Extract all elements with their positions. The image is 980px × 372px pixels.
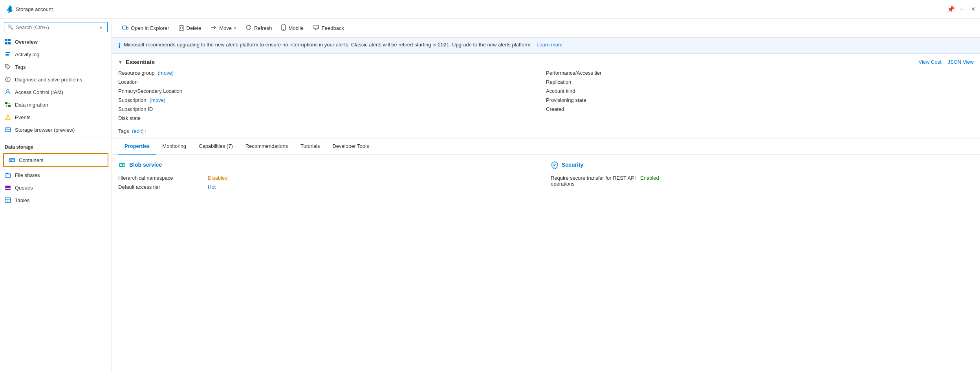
tags-colon: : [145, 128, 147, 134]
overview-label: Overview [15, 39, 38, 45]
feedback-button[interactable]: Feedback [309, 22, 348, 34]
events-icon [5, 114, 11, 120]
svg-point-7 [7, 66, 8, 67]
top-bar: Storage account 📌 ··· × [0, 0, 980, 19]
sidebar-item-overview[interactable]: Overview [0, 35, 112, 48]
sidebar-nav: Overview Activity log Tags Diagnose and … [0, 35, 112, 372]
svg-rect-4 [5, 52, 10, 53]
essentials-subscription-id: Subscription ID [118, 105, 546, 114]
svg-rect-13 [8, 105, 11, 107]
activity-log-label: Activity log [15, 52, 39, 57]
migration-icon [5, 101, 11, 108]
svg-rect-28 [5, 187, 11, 188]
move-chevron-icon[interactable]: ▾ [234, 26, 236, 30]
tables-icon [5, 197, 11, 203]
essentials-collapse-button[interactable]: ▼ [118, 60, 123, 64]
tables-label: Tables [15, 197, 30, 203]
tab-recommendations[interactable]: Recommendations [239, 138, 294, 155]
default-access-tier-label: Default access tier [118, 184, 205, 190]
svg-rect-24 [11, 160, 12, 161]
tab-capabilities[interactable]: Capabilities (7) [192, 138, 239, 155]
svg-rect-12 [5, 102, 7, 104]
feedback-label: Feedback [322, 25, 344, 31]
tab-tutorials[interactable]: Tutorials [294, 138, 326, 155]
blob-default-access-tier: Default access tier Hot [118, 182, 541, 192]
tags-icon [5, 64, 11, 70]
view-cost-link[interactable]: View Cost [918, 59, 941, 65]
mobile-button[interactable]: Mobile [277, 22, 307, 34]
sidebar-item-file-shares[interactable]: File shares [0, 169, 112, 181]
svg-rect-2 [5, 42, 7, 44]
sidebar-item-activity-log[interactable]: Activity log [0, 48, 112, 61]
mobile-label: Mobile [288, 25, 303, 31]
tab-capabilities-label: Capabilities (7) [199, 143, 233, 149]
pin-icon[interactable]: 📌 [947, 6, 955, 13]
sidebar-item-queues[interactable]: Queues [0, 181, 112, 194]
more-icon[interactable]: ··· [960, 6, 965, 13]
blob-service-icon [118, 161, 126, 169]
svg-rect-42 [120, 164, 122, 166]
open-in-explorer-button[interactable]: Open in Explorer [118, 22, 173, 34]
sidebar-item-containers[interactable]: Containers [3, 153, 108, 167]
sidebar-item-events[interactable]: Events [0, 111, 112, 123]
svg-point-11 [7, 90, 9, 92]
svg-rect-33 [123, 26, 126, 29]
blob-service-title: Blob service [129, 162, 162, 168]
sidebar-item-tags[interactable]: Tags [0, 61, 112, 73]
queues-icon [5, 184, 11, 191]
svg-rect-43 [123, 164, 125, 166]
app-title: Storage account [16, 6, 53, 12]
tags-label: Tags [118, 128, 129, 134]
learn-more-link[interactable]: Learn more [537, 42, 562, 48]
default-access-tier-value: Hot [208, 184, 216, 190]
blob-service-section: Blob service Hierarchical namespace Disa… [118, 161, 541, 192]
svg-rect-23 [10, 160, 11, 161]
json-view-link[interactable]: JSON View [948, 59, 974, 65]
search-input[interactable] [16, 24, 98, 30]
svg-point-20 [7, 128, 7, 129]
properties-grid: Blob service Hierarchical namespace Disa… [118, 161, 974, 192]
svg-point-40 [283, 29, 284, 30]
tabs-bar: Properties Monitoring Capabilities (7) R… [112, 138, 980, 155]
sidebar-item-access-control[interactable]: Access Control (IAM) [0, 86, 112, 98]
data-storage-section-label: Data storage [0, 140, 112, 151]
sidebar-item-tables[interactable]: Tables [0, 194, 112, 206]
tab-properties[interactable]: Properties [118, 138, 156, 155]
sidebar-divider [0, 138, 112, 138]
svg-rect-30 [5, 198, 11, 203]
essentials-actions: View Cost JSON View [918, 59, 974, 65]
svg-rect-1 [8, 39, 11, 41]
delete-button[interactable]: Delete [175, 22, 205, 34]
open-in-explorer-label: Open in Explorer [131, 25, 169, 31]
subscription-move-link[interactable]: (move) [150, 97, 165, 103]
tab-properties-label: Properties [125, 143, 150, 149]
sidebar-item-diagnose[interactable]: Diagnose and solve problems [0, 73, 112, 86]
refresh-label: Refresh [254, 25, 272, 31]
tab-recommendations-label: Recommendations [245, 143, 288, 149]
alert-banner: ℹ Microsoft recommends upgrading to the … [112, 38, 980, 54]
sidebar-item-storage-browser[interactable]: Storage browser (preview) [0, 123, 112, 136]
secure-transfer-label: Require secure transfer for REST APIoper… [551, 175, 637, 187]
resource-group-move-link[interactable]: (move) [158, 70, 174, 76]
content-area: Open in Explorer Delete Move ▾ Refre [112, 19, 980, 372]
essentials-replication: Replication [546, 77, 974, 87]
svg-rect-26 [6, 173, 8, 174]
sidebar: 🔍 « Overview Activity log [0, 19, 112, 372]
tags-edit-link[interactable]: (edit) [132, 128, 144, 134]
tab-developer-tools-label: Developer Tools [332, 143, 369, 149]
tab-monitoring[interactable]: Monitoring [156, 138, 192, 155]
move-button[interactable]: Move ▾ [207, 22, 240, 34]
file-shares-icon [5, 172, 11, 178]
security-icon [551, 161, 559, 169]
refresh-button[interactable]: Refresh [242, 22, 276, 34]
collapse-sidebar-button[interactable]: « [98, 24, 104, 30]
close-button[interactable]: × [971, 5, 975, 13]
svg-rect-35 [179, 26, 184, 30]
hierarchical-namespace-label: Hierarchical namespace [118, 175, 205, 181]
svg-rect-5 [5, 54, 9, 55]
sidebar-item-data-migration[interactable]: Data migration [0, 98, 112, 111]
tab-monitoring-label: Monitoring [162, 143, 186, 149]
essentials-primary-location: Primary/Secondary Location [118, 87, 546, 96]
svg-rect-25 [5, 174, 11, 177]
tab-developer-tools[interactable]: Developer Tools [326, 138, 375, 155]
